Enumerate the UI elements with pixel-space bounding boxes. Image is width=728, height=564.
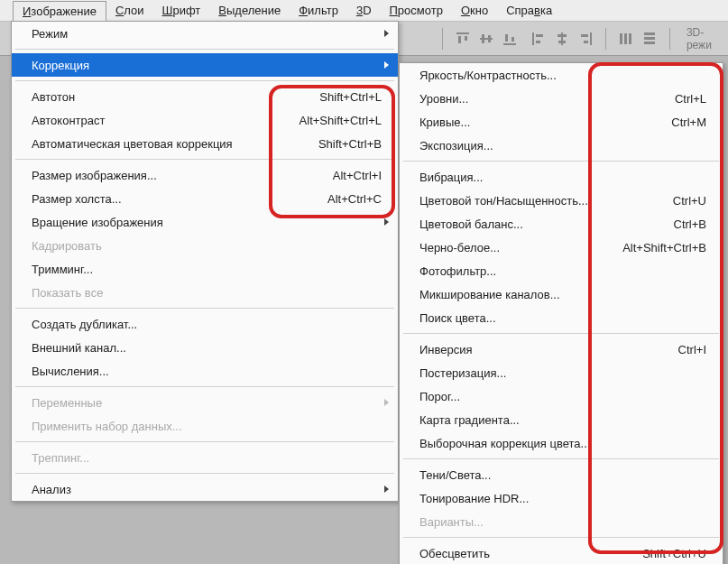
menu-item[interactable]: Создать дубликат... bbox=[12, 312, 398, 336]
menu-item-label: Тримминг... bbox=[32, 263, 382, 276]
menu-item[interactable]: Постеризация... bbox=[400, 361, 723, 384]
menu-item-label: Инверсия bbox=[419, 343, 678, 356]
align-middle-icon[interactable] bbox=[477, 30, 495, 48]
menubar-item[interactable]: Просмотр bbox=[381, 1, 452, 20]
svg-rect-0 bbox=[456, 32, 469, 34]
menu-item-label: Поиск цвета... bbox=[419, 311, 706, 325]
menu-item[interactable]: Тримминг... bbox=[12, 257, 398, 281]
submenu-arrow-icon bbox=[384, 399, 389, 406]
submenu-arrow-icon bbox=[384, 218, 389, 226]
svg-rect-9 bbox=[532, 32, 534, 45]
menu-separator bbox=[15, 159, 394, 160]
menu-item[interactable]: Коррекция bbox=[12, 53, 398, 77]
svg-rect-21 bbox=[644, 32, 655, 35]
menu-item-shortcut: Alt+Shift+Ctrl+B bbox=[622, 241, 706, 254]
menu-item[interactable]: Цветовой тон/Насыщенность...Ctrl+U bbox=[400, 189, 723, 212]
menu-item-label: Уровни... bbox=[419, 92, 675, 106]
menu-item[interactable]: Тонирование HDR... bbox=[400, 486, 723, 510]
menu-item-label: Постеризация... bbox=[419, 366, 706, 380]
menu-item[interactable]: Режим bbox=[12, 22, 398, 45]
menu-item-label: Автотон bbox=[32, 90, 319, 104]
menu-item-shortcut: Ctrl+M bbox=[671, 116, 706, 129]
menu-item[interactable]: Черно-белое...Alt+Shift+Ctrl+B bbox=[400, 236, 723, 259]
menubar-item[interactable]: 3D bbox=[347, 1, 381, 20]
distribute-group bbox=[617, 30, 659, 48]
menu-item[interactable]: Уровни...Ctrl+L bbox=[400, 87, 723, 110]
svg-rect-7 bbox=[505, 34, 508, 42]
menu-item-label: Размер изображения... bbox=[32, 169, 333, 182]
menu-item[interactable]: ОбесцветитьShift+Ctrl+U bbox=[400, 541, 723, 564]
submenu-arrow-icon bbox=[384, 485, 389, 493]
menubar-item[interactable]: Окно bbox=[452, 1, 497, 20]
align-left-icon[interactable] bbox=[530, 30, 548, 48]
menu-item-shortcut: Shift+Ctrl+B bbox=[318, 137, 382, 151]
menu-item[interactable]: АвтотонShift+Ctrl+L bbox=[12, 85, 398, 108]
menu-item-label: Вычисления... bbox=[32, 365, 382, 378]
toolbar-separator bbox=[442, 28, 443, 50]
menu-item-label: Кривые... bbox=[419, 116, 671, 129]
menu-item-label: Яркость/Контрастность... bbox=[419, 69, 706, 82]
menu-item[interactable]: Размер изображения...Alt+Ctrl+I bbox=[12, 163, 398, 187]
align-bottom-icon[interactable] bbox=[501, 30, 519, 48]
align-right-icon[interactable] bbox=[576, 30, 594, 48]
menu-item[interactable]: Вычисления... bbox=[12, 359, 398, 383]
menu-separator bbox=[403, 161, 719, 162]
menu-item[interactable]: Карта градиента... bbox=[400, 408, 723, 431]
align-center-icon[interactable] bbox=[553, 30, 571, 48]
svg-rect-18 bbox=[620, 33, 622, 44]
distribute-v-icon[interactable] bbox=[640, 30, 659, 48]
menubar-item[interactable]: Шрифт bbox=[153, 1, 210, 20]
menu-item[interactable]: Тени/Света... bbox=[400, 463, 723, 486]
menu-item-label: Создать дубликат... bbox=[32, 318, 382, 331]
menu-item[interactable]: Микширование каналов... bbox=[400, 282, 723, 306]
menu-separator bbox=[15, 441, 394, 442]
menu-item[interactable]: Кривые...Ctrl+M bbox=[400, 110, 723, 134]
menu-item[interactable]: АвтоконтрастAlt+Shift+Ctrl+L bbox=[12, 108, 398, 132]
menu-item[interactable]: Анализ bbox=[12, 477, 398, 501]
menu-item[interactable]: Вибрация... bbox=[400, 165, 723, 189]
menubar-item[interactable]: Справка bbox=[497, 1, 561, 20]
align-top-icon[interactable] bbox=[454, 30, 472, 48]
menu-item[interactable]: Фотофильтр... bbox=[400, 259, 723, 282]
menu-item-label: Черно-белое... bbox=[419, 241, 622, 254]
menu-item-label: Коррекция bbox=[32, 59, 382, 72]
menu-item[interactable]: Внешний канал... bbox=[12, 336, 398, 359]
distribute-h-icon[interactable] bbox=[617, 30, 635, 48]
submenu-arrow-icon bbox=[384, 61, 389, 69]
menu-item[interactable]: Порог... bbox=[400, 384, 723, 408]
align-group-2 bbox=[530, 30, 594, 48]
menu-item-label: Карта градиента... bbox=[419, 413, 706, 427]
menu-item[interactable]: Цветовой баланс...Ctrl+B bbox=[400, 212, 723, 236]
menu-item-shortcut: Alt+Ctrl+I bbox=[333, 169, 382, 182]
mode-3d-label[interactable]: 3D-режи bbox=[687, 26, 728, 51]
menu-separator bbox=[403, 537, 719, 538]
menubar: ИзображениеСлоиШрифтВыделениеФильтр3DПро… bbox=[0, 0, 728, 22]
menu-item-shortcut: Ctrl+U bbox=[673, 194, 706, 208]
svg-rect-15 bbox=[590, 32, 592, 45]
menu-item-label: Цветовой тон/Насыщенность... bbox=[419, 194, 673, 208]
menu-item-label: Треппинг... bbox=[32, 451, 382, 465]
menu-item-label: Вибрация... bbox=[419, 171, 706, 184]
menu-item[interactable]: Экспозиция... bbox=[400, 134, 723, 157]
menu-item-label: Микширование каналов... bbox=[419, 288, 706, 301]
menu-item[interactable]: Вращение изображения bbox=[12, 210, 398, 234]
menu-item[interactable]: Размер холста...Alt+Ctrl+C bbox=[12, 187, 398, 210]
menubar-item[interactable]: Фильтр bbox=[290, 1, 347, 20]
menu-item-label: Показать все bbox=[32, 286, 382, 300]
menubar-item[interactable]: Слои bbox=[106, 1, 153, 20]
menu-item-label: Внешний канал... bbox=[32, 341, 382, 355]
svg-rect-2 bbox=[465, 36, 467, 41]
menu-item[interactable]: Выборочная коррекция цвета... bbox=[400, 431, 723, 455]
menubar-item[interactable]: Изображение bbox=[13, 1, 106, 21]
menu-item: Переменные bbox=[12, 391, 398, 414]
menu-item[interactable]: ИнверсияCtrl+I bbox=[400, 337, 723, 361]
menubar-item[interactable]: Выделение bbox=[209, 1, 290, 20]
image-menu-dropdown: РежимКоррекцияАвтотонShift+Ctrl+LАвтокон… bbox=[11, 21, 399, 502]
menu-item[interactable]: Поиск цвета... bbox=[400, 306, 723, 329]
menu-item: Кадрировать bbox=[12, 234, 398, 257]
toolbar-separator bbox=[605, 28, 606, 50]
menu-item[interactable]: Автоматическая цветовая коррекцияShift+C… bbox=[12, 132, 398, 155]
menu-item[interactable]: Яркость/Контрастность... bbox=[400, 63, 723, 87]
menu-item-label: Порог... bbox=[419, 390, 706, 403]
menu-item-shortcut: Ctrl+B bbox=[674, 217, 706, 231]
